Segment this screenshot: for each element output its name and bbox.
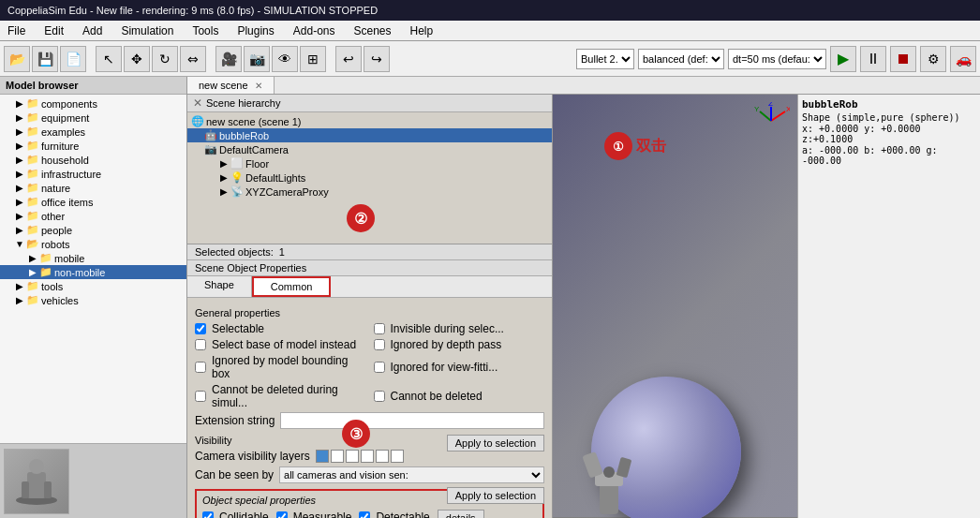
- hier-label: DefaultCamera: [219, 144, 289, 155]
- tree-label: equipment: [41, 112, 89, 124]
- svg-rect-7: [582, 451, 603, 479]
- tree-item-tools[interactable]: ▶ 📁 tools: [0, 279, 186, 293]
- vis-box-5[interactable]: [376, 450, 389, 463]
- cb-ignored-view-label: Ignored for view-fitti...: [391, 361, 498, 374]
- viewport-robot: [572, 425, 646, 518]
- sim-stop-btn[interactable]: ⏹: [890, 46, 916, 72]
- cb-collidable-label: Collidable: [219, 511, 269, 519]
- hier-item-defaultlights[interactable]: ▶ 💡 DefaultLights: [187, 170, 552, 185]
- toolbar-btn-cam1[interactable]: 🎥: [215, 46, 242, 72]
- toolbar-btn-save[interactable]: 💾: [32, 46, 58, 72]
- toolbar-btn-redo[interactable]: ↪: [364, 46, 390, 72]
- menu-edit[interactable]: Edit: [40, 22, 67, 39]
- hierarchy-body[interactable]: 🌐 new scene (scene 1) 🤖 bubbleRob 📷 Defa…: [187, 112, 552, 244]
- expand-icon: ▶: [13, 183, 26, 193]
- tree-item-infrastructure[interactable]: ▶ 📁 infrastructure: [0, 167, 186, 181]
- menu-file[interactable]: File: [4, 22, 29, 39]
- cb-selectable-input[interactable]: [195, 323, 206, 334]
- toolbar-btn-settings[interactable]: ⚙: [920, 46, 946, 72]
- toolbar-btn-move[interactable]: ✥: [124, 46, 150, 72]
- details-btn[interactable]: details: [438, 510, 484, 518]
- tree-item-vehicles[interactable]: ▶ 📁 vehicles: [0, 293, 186, 307]
- vis-box-4[interactable]: [361, 450, 374, 463]
- cb-detectable-label: Detectable: [376, 511, 429, 519]
- tree-item-mobile[interactable]: ▶ 📁 mobile: [0, 251, 186, 265]
- scene-tab-new-scene[interactable]: new scene ✕: [187, 77, 275, 94]
- cb-measurable-input[interactable]: [276, 511, 288, 519]
- tree-item-robots[interactable]: ▼ 📂 robots: [0, 237, 186, 251]
- tree-item-components[interactable]: ▶ 📁 components: [0, 96, 186, 111]
- apply-selection-btn-1[interactable]: Apply to selection: [447, 435, 544, 451]
- cb-collidable-input[interactable]: [202, 511, 214, 519]
- toolbar-btn-scale[interactable]: ⇔: [180, 46, 206, 72]
- robot-icon: 🤖: [204, 129, 217, 141]
- tree-label: robots: [41, 239, 70, 250]
- tree-item-other[interactable]: ▶ 📁 other: [0, 209, 186, 223]
- hier-item-bubblerob[interactable]: 🤖 bubbleRob: [187, 128, 552, 142]
- toolbar-btn-layout[interactable]: ⊞: [300, 46, 326, 72]
- extension-string-input[interactable]: [280, 412, 544, 429]
- menu-add[interactable]: Add: [79, 22, 106, 39]
- model-browser-header: Model browser: [0, 77, 186, 95]
- hier-item-scene[interactable]: 🌐 new scene (scene 1): [187, 114, 552, 128]
- toolbar-btn-new[interactable]: 📄: [60, 46, 86, 72]
- menu-scenes[interactable]: Scenes: [350, 22, 395, 39]
- hier-item-floor[interactable]: ▶ ⬜ Floor: [187, 156, 552, 170]
- cb-select-base-input[interactable]: [195, 339, 206, 350]
- tree-label: components: [41, 98, 97, 110]
- toolbar-btn-open[interactable]: 📂: [4, 46, 30, 72]
- cb-collidable: Collidable: [202, 511, 269, 519]
- vis-box-1[interactable]: [316, 450, 329, 463]
- apply-selection-btn-2[interactable]: Apply to selection: [447, 487, 544, 504]
- tree-item-household[interactable]: ▶ 📁 household: [0, 153, 186, 167]
- tree-item-people[interactable]: ▶ 📁 people: [0, 223, 186, 237]
- scene-tab-label: new scene: [199, 80, 248, 91]
- tree-item-office-items[interactable]: ▶ 📁 office items: [0, 195, 186, 209]
- cb-selectable-label: Selectable: [212, 322, 264, 335]
- cb-ignored-bounding-input[interactable]: [195, 362, 206, 373]
- hier-item-defaultcamera[interactable]: 📷 DefaultCamera: [187, 142, 552, 156]
- toolbar-btn-rotate[interactable]: ↻: [152, 46, 178, 72]
- tree-container[interactable]: ▶ 📁 components ▶ 📁 equipment ▶ 📁 example…: [0, 95, 186, 443]
- hier-item-xyzcameraproxy[interactable]: ▶ 📡 XYZCameraProxy: [187, 185, 552, 199]
- sim-pause-btn[interactable]: ⏸: [860, 46, 886, 72]
- cb-invisible-input[interactable]: [374, 323, 385, 334]
- cb-cannot-delete-sim-input[interactable]: [195, 391, 206, 402]
- sim-play-btn[interactable]: ▶: [830, 46, 856, 72]
- can-be-seen-select[interactable]: all cameras and vision sen:: [279, 466, 544, 483]
- toolbar-btn-cam2[interactable]: 📷: [244, 46, 270, 72]
- cb-detectable-input[interactable]: [359, 511, 370, 519]
- tree-item-nature[interactable]: ▶ 📁 nature: [0, 181, 186, 195]
- scene-tab-close[interactable]: ✕: [255, 81, 262, 91]
- toolbar-btn-select[interactable]: ↖: [96, 46, 122, 72]
- cb-ignored-view-input[interactable]: [374, 362, 385, 373]
- tree-item-equipment[interactable]: ▶ 📁 equipment: [0, 111, 186, 125]
- tab-common[interactable]: Common: [252, 276, 332, 297]
- menu-addons[interactable]: Add-ons: [290, 22, 339, 39]
- menu-plugins[interactable]: Plugins: [233, 22, 277, 39]
- toolbar-btn-extra[interactable]: 🚗: [950, 46, 976, 72]
- cb-ignored-depth-input[interactable]: [374, 339, 385, 350]
- cb-invisible: Invisible during selec...: [374, 322, 545, 335]
- camera-visibility-row: Camera visibility layers: [195, 450, 447, 463]
- tree-item-furniture[interactable]: ▶ 📁 furniture: [0, 139, 186, 153]
- solver-mode-select[interactable]: balanced (def:: [638, 49, 724, 69]
- cb-cannot-delete-input[interactable]: [374, 391, 385, 402]
- physics-engine-select[interactable]: Bullet 2.: [576, 49, 634, 69]
- special-row-1: Collidable Measurable Detectable: [202, 510, 537, 518]
- vis-box-3[interactable]: [346, 450, 359, 463]
- viewport: X Y Z ① 双击 CSDN @许若男: [553, 95, 797, 518]
- tree-item-non-mobile[interactable]: ▶ 📁 non-mobile: [0, 265, 186, 279]
- vis-box-2[interactable]: [331, 450, 344, 463]
- tab-shape[interactable]: Shape: [187, 276, 252, 297]
- hierarchy-close-btn[interactable]: ✕: [193, 96, 202, 110]
- toolbar-btn-view[interactable]: 👁: [272, 46, 298, 72]
- menu-help[interactable]: Help: [407, 22, 438, 39]
- menu-simulation[interactable]: Simulation: [117, 22, 177, 39]
- timestep-select[interactable]: dt=50 ms (defau:: [728, 49, 826, 69]
- menu-tools[interactable]: Tools: [188, 22, 222, 39]
- tree-item-examples[interactable]: ▶ 📁 examples: [0, 125, 186, 139]
- vis-box-6[interactable]: [391, 450, 404, 463]
- tree-label: furniture: [41, 141, 79, 152]
- toolbar-btn-undo[interactable]: ↩: [335, 46, 362, 72]
